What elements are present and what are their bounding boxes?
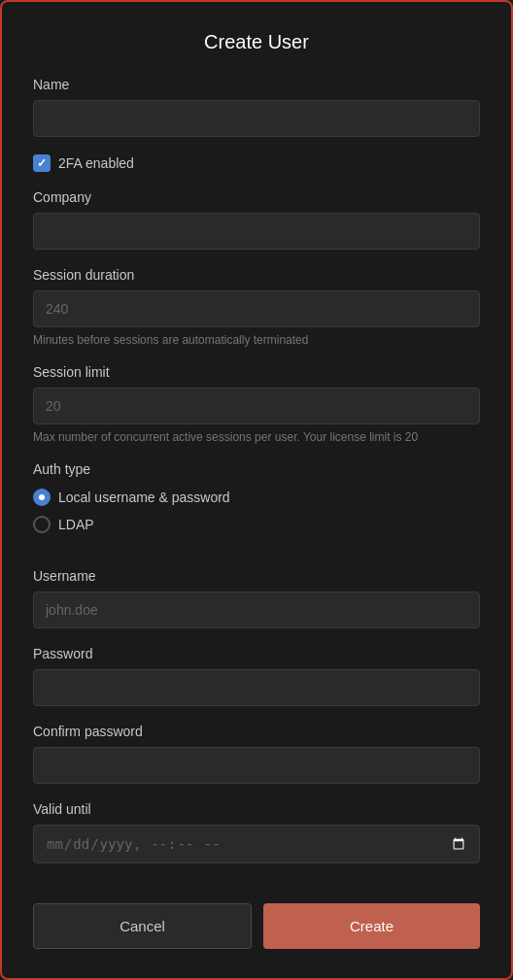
- confirm-password-input[interactable]: [33, 747, 480, 784]
- confirm-password-field-group: Confirm password: [33, 724, 480, 784]
- username-field-group: Username: [33, 568, 480, 628]
- company-field-group: Company: [33, 189, 480, 250]
- valid-until-label: Valid until: [33, 801, 480, 817]
- password-field-group: Password: [33, 646, 480, 706]
- name-input[interactable]: [33, 100, 480, 137]
- session-limit-label: Session limit: [33, 364, 480, 380]
- session-duration-label: Session duration: [33, 267, 480, 283]
- session-limit-input[interactable]: [33, 388, 480, 424]
- button-row: Cancel Create: [33, 884, 480, 949]
- auth-radio-group: Local username & password LDAP: [33, 489, 480, 533]
- auth-type-group: Auth type Local username & password LDAP: [33, 461, 480, 551]
- name-label: Name: [33, 77, 480, 92]
- auth-ldap-radio[interactable]: [33, 516, 51, 533]
- auth-ldap-label: LDAP: [58, 517, 94, 532]
- twofa-label: 2FA enabled: [58, 155, 134, 171]
- cancel-button[interactable]: Cancel: [33, 903, 252, 949]
- session-duration-input[interactable]: [33, 290, 480, 327]
- auth-local-radio[interactable]: [33, 489, 51, 506]
- auth-ldap-row[interactable]: LDAP: [33, 516, 480, 533]
- auth-local-row[interactable]: Local username & password: [33, 489, 480, 506]
- twofa-row[interactable]: 2FA enabled: [33, 154, 480, 172]
- password-input[interactable]: [33, 669, 480, 706]
- valid-until-input[interactable]: [33, 825, 480, 863]
- session-limit-hint: Max number of concurrent active sessions…: [33, 430, 480, 444]
- session-duration-field-group: Session duration Minutes before sessions…: [33, 267, 480, 347]
- company-input[interactable]: [33, 213, 480, 250]
- auth-type-label: Auth type: [33, 461, 480, 477]
- confirm-password-label: Confirm password: [33, 724, 480, 739]
- create-user-dialog: Create User Name 2FA enabled Company Ses…: [0, 0, 513, 980]
- username-label: Username: [33, 568, 480, 584]
- auth-local-label: Local username & password: [58, 490, 230, 505]
- username-input[interactable]: [33, 591, 480, 628]
- dialog-title: Create User: [33, 31, 480, 53]
- name-field-group: Name: [33, 77, 480, 137]
- session-duration-hint: Minutes before sessions are automaticall…: [33, 333, 480, 347]
- session-limit-field-group: Session limit Max number of concurrent a…: [33, 364, 480, 444]
- twofa-checkbox[interactable]: [33, 154, 51, 172]
- valid-until-field-group: Valid until: [33, 801, 480, 863]
- password-label: Password: [33, 646, 480, 661]
- create-button[interactable]: Create: [263, 903, 480, 949]
- company-label: Company: [33, 189, 480, 205]
